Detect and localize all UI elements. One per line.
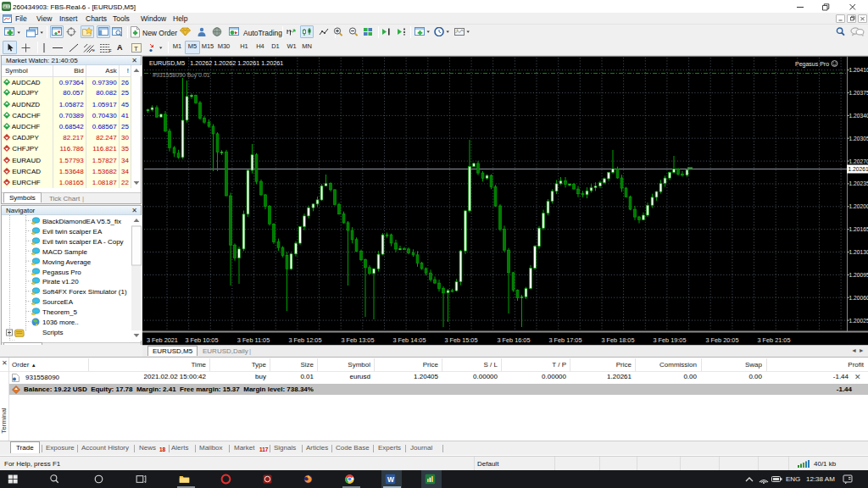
svg-text:3 Feb 15:05: 3 Feb 15:05 <box>445 336 478 344</box>
svg-text:1.20261: 1.20261 <box>849 166 868 172</box>
svg-text:T: T <box>134 45 138 53</box>
svg-text:#931558090 buy 0.01: #931558090 buy 0.01 <box>153 72 210 79</box>
svg-text:3 Feb 10:05: 3 Feb 10:05 <box>186 336 219 344</box>
svg-text:1.20200: 1.20200 <box>849 203 868 209</box>
svg-text:1.20235: 1.20235 <box>849 180 868 186</box>
svg-text:1.20270: 1.20270 <box>849 158 868 164</box>
svg-text:1.20375: 1.20375 <box>849 90 868 96</box>
svg-text:e: e <box>92 47 95 53</box>
svg-text:3 Feb 11:05: 3 Feb 11:05 <box>237 336 270 344</box>
svg-text:W: W <box>387 475 394 484</box>
svg-text:1.20095: 1.20095 <box>849 272 868 278</box>
svg-text:F: F <box>109 48 112 53</box>
svg-text:1.20305: 1.20305 <box>849 136 868 141</box>
svg-text:3 Feb 16:05: 3 Feb 16:05 <box>498 336 531 344</box>
svg-text:1.20060: 1.20060 <box>849 295 868 301</box>
svg-text:3 Feb 12:05: 3 Feb 12:05 <box>289 336 322 344</box>
svg-text:3 Feb 13:05: 3 Feb 13:05 <box>342 336 375 344</box>
svg-text:3 Feb 18:05: 3 Feb 18:05 <box>602 336 635 344</box>
svg-text:3 Feb 17:05: 3 Feb 17:05 <box>549 336 582 344</box>
svg-text:3 Feb 19:05: 3 Feb 19:05 <box>654 336 687 344</box>
svg-text:1.20025: 1.20025 <box>849 318 868 324</box>
svg-text:3 Feb 21:05: 3 Feb 21:05 <box>758 336 791 344</box>
svg-text:1.20410: 1.20410 <box>849 67 868 73</box>
svg-text:1.20340: 1.20340 <box>849 113 868 119</box>
svg-text:FBS: FBS <box>3 5 10 8</box>
svg-text:1.20165: 1.20165 <box>849 226 868 232</box>
svg-text:1.20130: 1.20130 <box>849 249 868 255</box>
svg-text:Pegasus Pro: Pegasus Pro <box>795 61 829 68</box>
svg-text:3 Feb 20:05: 3 Feb 20:05 <box>706 336 739 344</box>
svg-text:EURUSD,M5 1.20262 1.20262 1.: EURUSD,M5 1.20262 1.20262 1.20261 1.2026… <box>149 59 283 67</box>
svg-text:3 Feb 14:05: 3 Feb 14:05 <box>393 336 426 344</box>
svg-text:3 Feb 2021: 3 Feb 2021 <box>147 336 178 344</box>
